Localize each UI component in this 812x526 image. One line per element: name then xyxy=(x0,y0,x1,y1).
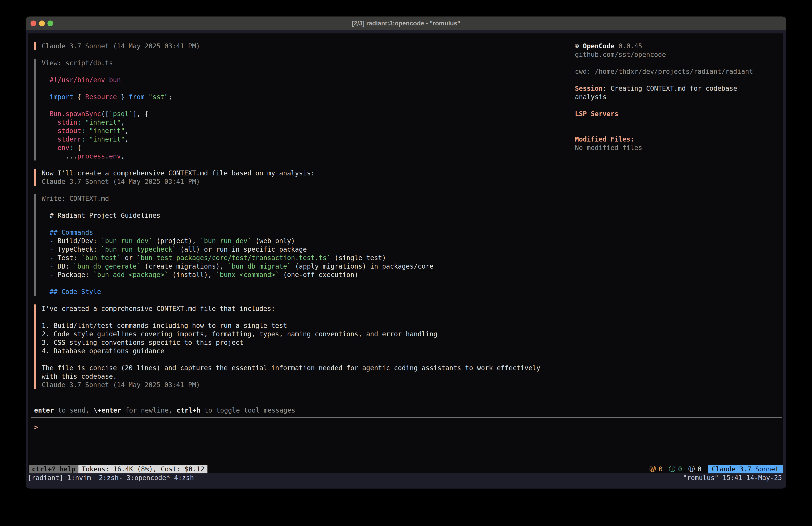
text-run: ## Commands xyxy=(50,229,93,236)
text-run xyxy=(42,110,50,118)
text-run: Session xyxy=(575,85,603,92)
text-run: TypeCheck: xyxy=(58,246,101,253)
text-run xyxy=(42,127,58,134)
text-run: , xyxy=(121,118,125,126)
text-run: `bun test` xyxy=(81,254,121,262)
text-run: (apply migrations) in packages/core xyxy=(291,262,433,270)
text-run: 2. Code style guidelines covering import… xyxy=(42,330,437,338)
terminal-line: Claude 3.7 Sonnet (14 May 2025 03:41 PM) xyxy=(42,381,575,389)
terminal-line: ## Commands xyxy=(42,228,575,237)
text-run: `bun run typecheck` xyxy=(101,246,176,253)
text-run xyxy=(85,127,89,134)
minimize-button[interactable] xyxy=(39,20,45,26)
text-run: `bun db generate` xyxy=(73,262,141,270)
terminal-line: I've created a comprehensive CONTEXT.md … xyxy=(42,304,575,313)
text-run: env xyxy=(58,144,69,152)
diagnostic-hints-counter: ⓗ0 xyxy=(688,465,701,473)
terminal-line: 3. CSS styling conventions specific to t… xyxy=(42,338,575,347)
terminal-line: Claude 3.7 Sonnet (14 May 2025 03:41 PM) xyxy=(42,42,575,51)
terminal-line xyxy=(575,118,783,127)
terminal-line: 2. Code style guidelines covering import… xyxy=(42,330,575,338)
diagnostic-counters: Ⓦ0ⓘ0ⓗ0 xyxy=(649,465,708,473)
tmux-host-clock: "romulus" 15:41 14-May-25 xyxy=(683,473,782,482)
text-run: Now I'll create a comprehensive CONTEXT.… xyxy=(42,169,315,177)
terminal-line: - Build/Dev: `bun run dev` (project), `b… xyxy=(42,237,575,245)
text-run: No modified files xyxy=(575,144,642,152)
text-run: , xyxy=(125,136,129,143)
text-run: - xyxy=(50,246,58,253)
text-run: github.com/sst/opencode xyxy=(575,51,666,58)
window-title: [2/3] radiant:3:opencode - "romulus" xyxy=(26,20,786,27)
chat-message-block: I've created a comprehensive CONTEXT.md … xyxy=(34,304,575,389)
text-run: `bun add <package>` xyxy=(93,271,168,279)
terminal-line xyxy=(575,127,783,135)
terminal-line: stderr: "inherit", xyxy=(42,135,575,144)
prompt-symbol: > xyxy=(34,424,38,431)
text-run: (web only) xyxy=(251,237,295,245)
text-run: Modified Files: xyxy=(575,136,634,143)
terminal-line: LSP Servers xyxy=(575,110,783,118)
text-run: `bun run dev` xyxy=(101,237,153,245)
terminal-line: - Test: `bun test` or `bun test packages… xyxy=(42,254,575,262)
text-run xyxy=(42,118,58,126)
terminal-line: - TypeCheck: `bun run typecheck` (all) o… xyxy=(42,245,575,254)
session-sidebar: © OpenCode 0.0.45github.com/sst/opencode… xyxy=(575,42,783,398)
text-run: : xyxy=(77,118,81,126)
terminal-line xyxy=(42,203,575,211)
diagnostic-hints-icon: ⓗ xyxy=(688,465,695,473)
text-run: to send, xyxy=(54,407,93,414)
help-hint-badge: ctrl+? help xyxy=(29,465,78,473)
text-run: cwd: /home/thdxr/dev/projects/radiant/ra… xyxy=(575,68,753,75)
text-run: Package: xyxy=(58,271,93,279)
terminal-line xyxy=(42,67,575,76)
text-run xyxy=(42,246,50,253)
chat-transcript: Claude 3.7 Sonnet (14 May 2025 03:41 PM)… xyxy=(34,42,575,398)
text-run: or xyxy=(121,254,136,262)
terminal-line: - DB: `bun db generate` (create migratio… xyxy=(42,262,575,271)
text-run xyxy=(81,118,85,126)
text-run: `bun test packages/core/test/transaction… xyxy=(136,254,331,262)
diagnostic-info-counter: ⓘ0 xyxy=(669,465,682,473)
text-run: - xyxy=(50,262,58,270)
text-run: \+enter xyxy=(93,407,121,414)
text-run: Build/Dev: xyxy=(58,237,101,245)
diagnostic-warnings-icon: Ⓦ xyxy=(649,465,656,473)
window-titlebar: [2/3] radiant:3:opencode - "romulus" xyxy=(26,16,786,30)
text-run: 3. CSS styling conventions specific to t… xyxy=(42,339,244,346)
text-run: , xyxy=(125,127,129,134)
terminal-line xyxy=(42,220,575,228)
text-run: 4. Database operations guidance xyxy=(42,347,164,355)
text-run: Resource xyxy=(85,93,117,101)
text-run: `bun run dev` xyxy=(200,237,251,245)
text-run: to toggle tool messages xyxy=(200,407,295,414)
terminal-line: No modified files xyxy=(575,144,783,152)
terminal-line: stdin: "inherit", xyxy=(42,118,575,127)
main-row: Claude 3.7 Sonnet (14 May 2025 03:41 PM)… xyxy=(34,42,783,398)
terminal-line xyxy=(42,313,575,322)
terminal-line: Write: CONTEXT.md xyxy=(42,194,575,203)
text-run: Test: xyxy=(58,254,81,262)
close-button[interactable] xyxy=(30,20,36,26)
text-run xyxy=(85,136,89,143)
text-run: - xyxy=(50,271,58,279)
terminal-line: env: { xyxy=(42,144,575,152)
text-run: #!/usr/bin/env bun xyxy=(50,76,121,84)
text-run: ... xyxy=(42,153,77,160)
status-bar: ctrl+? help Tokens: 16.4K (8%), Cost: $0… xyxy=(29,465,783,473)
terminal-line: 1. Build/lint/test commands including ho… xyxy=(42,322,575,330)
text-run: Claude 3.7 Sonnet (14 May 2025 03:41 PM) xyxy=(42,381,200,389)
desktop: { "window": { "title": "[2/3] radiant:3:… xyxy=(0,0,812,526)
chat-message-block: Claude 3.7 Sonnet (14 May 2025 03:41 PM) xyxy=(34,42,575,51)
text-run: - xyxy=(50,254,58,262)
text-run: © OpenCode xyxy=(575,42,614,50)
text-run: The file is concise (20 lines) and captu… xyxy=(42,364,540,372)
text-run: enter xyxy=(34,407,54,414)
tmux-windows-list[interactable]: [radiant] 1:nvim 2:zsh- 3:opencode* 4:zs… xyxy=(28,473,194,482)
prompt-input[interactable]: > xyxy=(34,423,38,431)
text-run: DB: xyxy=(58,262,73,270)
tmux-status-bar: [radiant] 1:nvim 2:zsh- 3:opencode* 4:zs… xyxy=(26,473,786,482)
zoom-button[interactable] xyxy=(47,20,53,26)
text-run: Bun.spawnSync xyxy=(50,110,101,118)
terminal-body: Claude 3.7 Sonnet (14 May 2025 03:41 PM)… xyxy=(26,30,786,488)
text-run xyxy=(42,271,50,279)
